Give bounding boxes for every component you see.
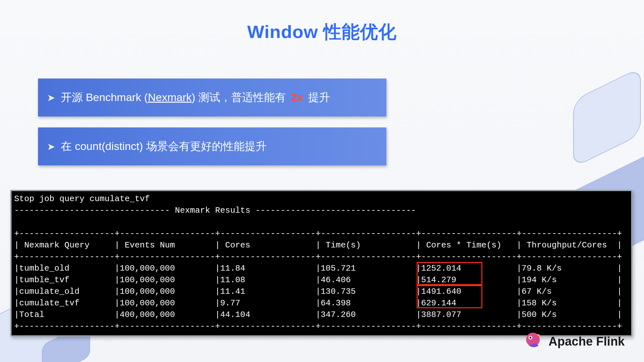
bullet-count-distinct: ➤ 在 count(distinct) 场景会有更好的性能提升	[38, 127, 386, 165]
terminal-window: Stop job query cumulate_tvf ------------…	[10, 190, 632, 337]
bullet1-mid: ) 测试，普适性能有	[192, 91, 289, 103]
terminal-output: Stop job query cumulate_tvf ------------…	[12, 191, 631, 335]
chevron-right-icon: ➤	[47, 92, 55, 103]
bullet1-pre: 开源 Benchmark (	[61, 91, 148, 103]
slide: Window 性能优化 ➤ 开源 Benchmark (Nexmark) 测试，…	[0, 0, 644, 362]
chevron-right-icon: ➤	[47, 141, 55, 152]
bullet2-text: 在 count(distinct) 场景会有更好的性能提升	[61, 139, 267, 154]
flink-logo-icon	[523, 330, 543, 353]
footer-brand: Apache Flink	[523, 330, 625, 353]
highlight-box	[417, 285, 482, 308]
svg-point-2	[529, 337, 531, 339]
bullet-benchmark: ➤ 开源 Benchmark (Nexmark) 测试，普适性能有 2x 提升	[38, 79, 386, 116]
highlight-box	[417, 262, 482, 285]
footer-brand-text: Apache Flink	[549, 335, 625, 348]
bullet1-2x: 2x	[289, 91, 305, 103]
nexmark-link[interactable]: Nexmark	[148, 91, 192, 103]
slide-title: Window 性能优化	[0, 20, 644, 44]
bullet1-post: 提升	[305, 91, 330, 103]
